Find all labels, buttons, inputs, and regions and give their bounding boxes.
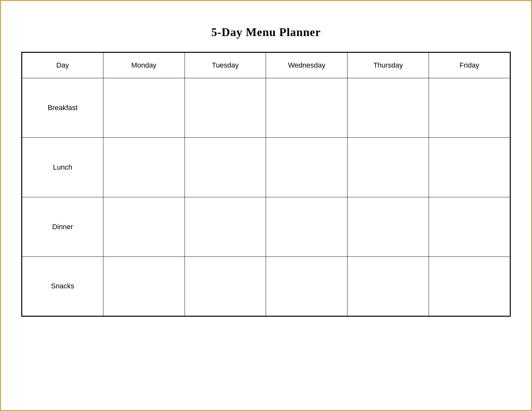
cell-dinner-wednesday[interactable] — [266, 197, 347, 257]
cell-breakfast-wednesday[interactable] — [266, 78, 347, 137]
header-row: Day Monday Tuesday Wednesday Thursday Fr… — [22, 52, 510, 78]
cell-dinner-thursday[interactable] — [347, 197, 429, 257]
planner-table: Day Monday Tuesday Wednesday Thursday Fr… — [21, 52, 511, 317]
cell-dinner-friday[interactable] — [429, 197, 510, 257]
cell-snacks-friday[interactable] — [429, 257, 510, 316]
label-snacks: Snacks — [22, 257, 103, 316]
row-lunch: Lunch — [22, 137, 510, 197]
cell-snacks-monday[interactable] — [103, 257, 185, 316]
cell-dinner-tuesday[interactable] — [185, 197, 266, 257]
cell-snacks-wednesday[interactable] — [266, 257, 347, 316]
cell-breakfast-thursday[interactable] — [347, 78, 429, 137]
label-dinner: Dinner — [22, 197, 103, 257]
cell-dinner-monday[interactable] — [103, 197, 185, 257]
row-breakfast: Breakfast — [22, 78, 510, 137]
col-header-wednesday: Wednesday — [266, 52, 347, 78]
cell-lunch-monday[interactable] — [103, 137, 185, 197]
table-body: Breakfast Lunch Dinner — [22, 78, 510, 316]
col-header-friday: Friday — [429, 52, 510, 78]
page-container: 5-Day Menu Planner Day Monday Tuesday We… — [12, 16, 520, 396]
label-lunch: Lunch — [22, 137, 103, 197]
cell-breakfast-friday[interactable] — [429, 78, 510, 137]
col-header-tuesday: Tuesday — [185, 52, 266, 78]
cell-lunch-tuesday[interactable] — [185, 137, 266, 197]
label-breakfast: Breakfast — [22, 78, 103, 137]
col-header-thursday: Thursday — [347, 52, 429, 78]
cell-breakfast-monday[interactable] — [103, 78, 185, 137]
cell-breakfast-tuesday[interactable] — [185, 78, 266, 137]
col-header-monday: Monday — [103, 52, 185, 78]
cell-snacks-tuesday[interactable] — [185, 257, 266, 316]
cell-lunch-wednesday[interactable] — [266, 137, 347, 197]
row-dinner: Dinner — [22, 197, 510, 257]
cell-lunch-thursday[interactable] — [347, 137, 429, 197]
page-title: 5-Day Menu Planner — [211, 25, 321, 39]
row-snacks: Snacks — [22, 257, 510, 316]
cell-snacks-thursday[interactable] — [347, 257, 429, 316]
col-header-day: Day — [22, 52, 103, 78]
cell-lunch-friday[interactable] — [429, 137, 510, 197]
